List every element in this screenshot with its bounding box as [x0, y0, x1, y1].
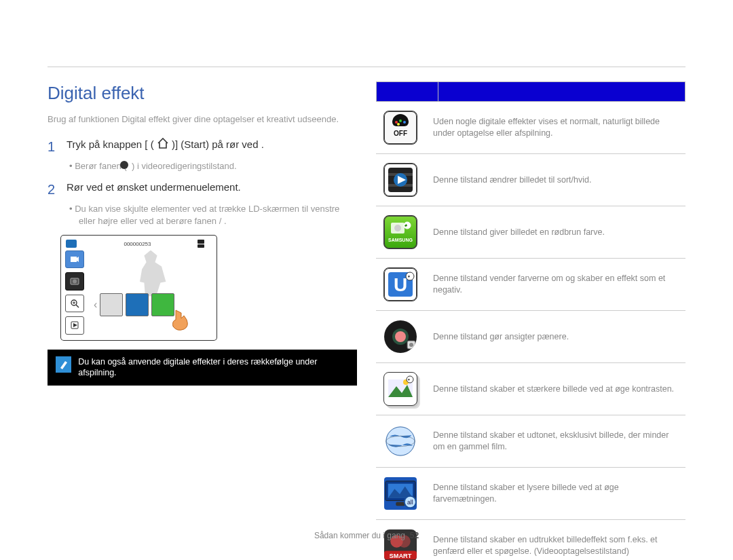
svg-point-14 [395, 121, 398, 124]
mode-row-sepia: SAMSUNG Denne tilstand giver billedet en… [376, 206, 685, 259]
svg-text:OFF: OFF [394, 130, 407, 137]
left-column: Digital effekt Brug af funktionen Digita… [48, 81, 357, 516]
step-2-bullets: Du kan vise skjulte elementer ved at træ… [69, 203, 357, 227]
step-2-text: Rør ved et ønsket undermenuelement. [67, 181, 241, 199]
mode-row-oldfilm: Denne tilstand skaber et udtonet, eksklu… [376, 415, 685, 468]
svg-point-39 [407, 376, 413, 383]
mode-desc: Denne tilstand skaber et udtonet, eksklu… [433, 430, 681, 453]
svg-marker-13 [73, 323, 77, 327]
mode-row-negative: U Denne tilstand vender farverne om og s… [376, 259, 685, 311]
lcd-tile-play [65, 316, 84, 335]
mode-icon-oldfilm [384, 425, 417, 458]
top-divider [48, 67, 685, 67]
mode-icon-bw [383, 163, 417, 197]
footer-page-number: 52 [410, 531, 419, 540]
lcd-tile-photo [65, 272, 84, 291]
step-1-bullet-post: ) i videoredigeringstilstand. [132, 161, 237, 171]
step-1-pre: Tryk på knappen [ ( [67, 138, 154, 150]
mode-icon-off: OFF [383, 111, 417, 145]
svg-point-17 [397, 123, 400, 126]
step-1-bullet: Berør fanen ( ) i videoredigeringstilsta… [69, 160, 357, 173]
svg-point-7 [73, 280, 77, 284]
svg-rect-4 [71, 257, 77, 262]
two-column-layout: Digital effekt Brug af funktionen Digita… [48, 81, 685, 516]
carousel-thumb [100, 293, 123, 316]
mode-desc: Denne tilstand giver billedet en rødbrun… [433, 227, 681, 238]
lcd-mode-icon [65, 239, 77, 251]
carousel-left-icon: ‹ [94, 297, 97, 312]
mode-icon-face [384, 320, 417, 353]
svg-rect-2 [198, 240, 204, 244]
step-1-post: )] (Start) på rør ved . [172, 138, 264, 150]
note-icon [56, 356, 71, 373]
footer-section: Sådan kommer du i gang [314, 531, 405, 540]
right-column: OFF Uden nogle digitale effekter vises e… [376, 81, 685, 516]
mode-desc: Denne tilstand vender farverne om og ska… [433, 273, 681, 296]
svg-rect-1 [66, 240, 77, 248]
svg-point-0 [120, 161, 128, 169]
mode-icon-sepia: SAMSUNG [383, 215, 417, 249]
lcd-illustration: 000000253 [61, 236, 217, 340]
svg-marker-5 [77, 257, 79, 262]
section-title: Digital effekt [48, 81, 357, 105]
modes-header-icon-col [377, 82, 438, 101]
modes-header [376, 81, 685, 102]
step-number: 1 [48, 138, 60, 156]
intro-paragraph: Brug af funktionen Digital effekt giver … [48, 113, 346, 126]
mode-desc: Denne tilstand gør ansigter pænere. [433, 331, 681, 343]
mode-icon-contrast [383, 372, 417, 406]
lcd-counter: 000000253 [124, 241, 151, 248]
mode-icon-saturation: all [384, 477, 417, 510]
step-1-bullet-pre: Berør fanen ( [75, 161, 127, 171]
step-1: 1 Tryk på knappen [ ( )] (Start) på rør … [48, 138, 357, 156]
touch-hand-icon [168, 307, 192, 332]
svg-text:SMART: SMART [390, 553, 412, 559]
modes-header-desc-col [438, 82, 685, 101]
home-icon [157, 138, 169, 152]
step-1-bullets: Berør fanen ( ) i videoredigeringstilsta… [69, 160, 357, 173]
mode-row-bw: Denne tilstand ændrer billedet til sort/… [376, 154, 685, 206]
page-footer: Sådan kommer du i gang 52 [0, 530, 733, 541]
mode-desc: Denne tilstand ændrer billedet til sort/… [433, 174, 681, 186]
svg-point-16 [403, 121, 406, 124]
svg-text:SAMSUNG: SAMSUNG [388, 238, 413, 242]
svg-point-25 [394, 225, 401, 231]
step-2: 2 Rør ved et ønsket undermenuelement. [48, 181, 357, 199]
svg-text:all: all [407, 499, 413, 506]
note-text: Du kan også anvende digitale effekter i … [78, 356, 349, 379]
note-box: Du kan også anvende digitale effekter i … [48, 350, 357, 386]
mode-row-saturation: all Denne tilstand skaber et lysere bill… [376, 468, 685, 520]
svg-text:U: U [394, 274, 407, 295]
lcd-battery-icon [198, 240, 212, 250]
svg-rect-46 [396, 502, 405, 506]
mode-desc: Uden nogle digitale effekter vises et no… [433, 116, 681, 139]
mode-desc: Denne tilstand skaber et stærkere billed… [433, 384, 681, 395]
lcd-tile-zoom [65, 295, 84, 313]
step-2-bullet: Du kan vise skjulte elementer ved at træ… [69, 203, 357, 227]
step-1-text: Tryk på knappen [ ( )] (Start) på rør ve… [67, 138, 264, 156]
svg-point-30 [406, 272, 414, 280]
svg-point-33 [395, 331, 406, 342]
lcd-tile-record [65, 250, 84, 269]
mode-icon-negative: U [383, 267, 417, 301]
step-number: 2 [48, 181, 60, 199]
svg-point-35 [409, 343, 413, 347]
mode-row-face: Denne tilstand gør ansigter pænere. [376, 311, 685, 363]
manual-page: Digital effekt Brug af funktionen Digita… [0, 0, 733, 560]
svg-rect-3 [198, 244, 204, 248]
svg-line-9 [76, 305, 79, 307]
svg-point-15 [399, 119, 402, 122]
carousel-thumb [126, 293, 149, 316]
mode-row-contrast: Denne tilstand skaber et stærkere billed… [376, 363, 685, 415]
mode-row-off: OFF Uden nogle digitale effekter vises e… [376, 102, 685, 154]
mode-desc: Denne tilstand skaber et lysere billede … [433, 482, 681, 505]
